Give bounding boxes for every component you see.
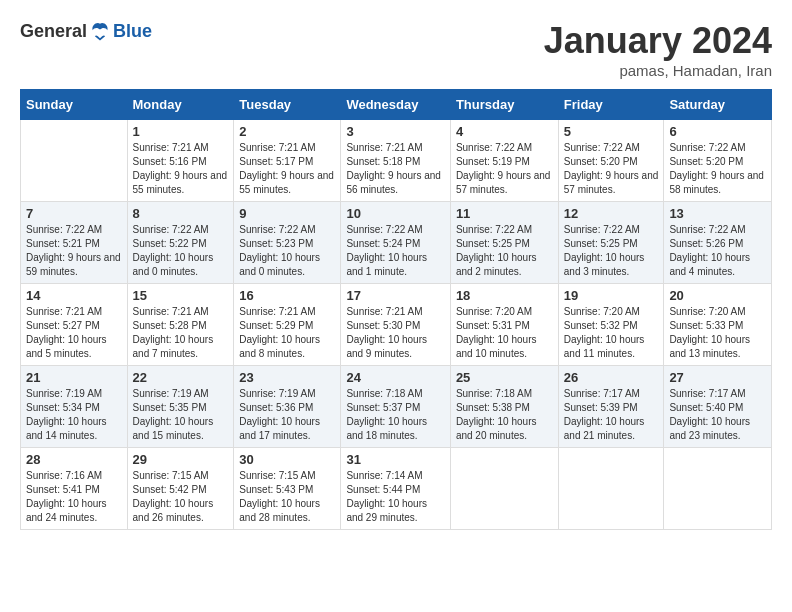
day-info: Sunrise: 7:22 AMSunset: 5:25 PMDaylight:… — [456, 223, 553, 279]
day-number: 26 — [564, 370, 659, 385]
day-number: 13 — [669, 206, 766, 221]
day-number: 29 — [133, 452, 229, 467]
sunday-header: Sunday — [21, 90, 128, 120]
calendar-cell: 29Sunrise: 7:15 AMSunset: 5:42 PMDayligh… — [127, 448, 234, 530]
calendar-cell: 16Sunrise: 7:21 AMSunset: 5:29 PMDayligh… — [234, 284, 341, 366]
calendar-cell: 18Sunrise: 7:20 AMSunset: 5:31 PMDayligh… — [450, 284, 558, 366]
calendar-cell: 3Sunrise: 7:21 AMSunset: 5:18 PMDaylight… — [341, 120, 450, 202]
calendar-week-row: 1Sunrise: 7:21 AMSunset: 5:16 PMDaylight… — [21, 120, 772, 202]
calendar-week-row: 28Sunrise: 7:16 AMSunset: 5:41 PMDayligh… — [21, 448, 772, 530]
friday-header: Friday — [558, 90, 664, 120]
calendar-cell: 15Sunrise: 7:21 AMSunset: 5:28 PMDayligh… — [127, 284, 234, 366]
day-info: Sunrise: 7:21 AMSunset: 5:29 PMDaylight:… — [239, 305, 335, 361]
calendar-cell: 11Sunrise: 7:22 AMSunset: 5:25 PMDayligh… — [450, 202, 558, 284]
day-info: Sunrise: 7:18 AMSunset: 5:38 PMDaylight:… — [456, 387, 553, 443]
month-title-block: January 2024 pamas, Hamadan, Iran — [544, 20, 772, 79]
calendar-cell — [558, 448, 664, 530]
calendar-cell: 14Sunrise: 7:21 AMSunset: 5:27 PMDayligh… — [21, 284, 128, 366]
calendar-cell: 30Sunrise: 7:15 AMSunset: 5:43 PMDayligh… — [234, 448, 341, 530]
day-info: Sunrise: 7:20 AMSunset: 5:33 PMDaylight:… — [669, 305, 766, 361]
day-info: Sunrise: 7:22 AMSunset: 5:24 PMDaylight:… — [346, 223, 444, 279]
day-info: Sunrise: 7:20 AMSunset: 5:31 PMDaylight:… — [456, 305, 553, 361]
day-number: 2 — [239, 124, 335, 139]
logo-general-text: General — [20, 21, 87, 42]
location-heading: pamas, Hamadan, Iran — [544, 62, 772, 79]
calendar-cell: 23Sunrise: 7:19 AMSunset: 5:36 PMDayligh… — [234, 366, 341, 448]
day-number: 24 — [346, 370, 444, 385]
day-info: Sunrise: 7:21 AMSunset: 5:17 PMDaylight:… — [239, 141, 335, 197]
page-header: General Blue January 2024 pamas, Hamadan… — [20, 20, 772, 79]
day-info: Sunrise: 7:21 AMSunset: 5:30 PMDaylight:… — [346, 305, 444, 361]
day-number: 30 — [239, 452, 335, 467]
calendar-cell: 9Sunrise: 7:22 AMSunset: 5:23 PMDaylight… — [234, 202, 341, 284]
calendar-body: 1Sunrise: 7:21 AMSunset: 5:16 PMDaylight… — [21, 120, 772, 530]
day-number: 3 — [346, 124, 444, 139]
day-info: Sunrise: 7:21 AMSunset: 5:28 PMDaylight:… — [133, 305, 229, 361]
calendar-cell: 19Sunrise: 7:20 AMSunset: 5:32 PMDayligh… — [558, 284, 664, 366]
calendar-cell: 2Sunrise: 7:21 AMSunset: 5:17 PMDaylight… — [234, 120, 341, 202]
day-info: Sunrise: 7:19 AMSunset: 5:34 PMDaylight:… — [26, 387, 122, 443]
saturday-header: Saturday — [664, 90, 772, 120]
day-number: 7 — [26, 206, 122, 221]
day-number: 21 — [26, 370, 122, 385]
monday-header: Monday — [127, 90, 234, 120]
day-info: Sunrise: 7:19 AMSunset: 5:35 PMDaylight:… — [133, 387, 229, 443]
calendar-cell: 1Sunrise: 7:21 AMSunset: 5:16 PMDaylight… — [127, 120, 234, 202]
calendar-cell: 17Sunrise: 7:21 AMSunset: 5:30 PMDayligh… — [341, 284, 450, 366]
month-year-heading: January 2024 — [544, 20, 772, 62]
logo-bird-icon — [89, 20, 111, 42]
day-info: Sunrise: 7:22 AMSunset: 5:19 PMDaylight:… — [456, 141, 553, 197]
day-info: Sunrise: 7:19 AMSunset: 5:36 PMDaylight:… — [239, 387, 335, 443]
day-info: Sunrise: 7:22 AMSunset: 5:20 PMDaylight:… — [669, 141, 766, 197]
calendar-cell: 7Sunrise: 7:22 AMSunset: 5:21 PMDaylight… — [21, 202, 128, 284]
day-number: 9 — [239, 206, 335, 221]
calendar-cell: 5Sunrise: 7:22 AMSunset: 5:20 PMDaylight… — [558, 120, 664, 202]
calendar-cell: 6Sunrise: 7:22 AMSunset: 5:20 PMDaylight… — [664, 120, 772, 202]
day-number: 31 — [346, 452, 444, 467]
calendar-cell — [664, 448, 772, 530]
day-number: 1 — [133, 124, 229, 139]
calendar-week-row: 7Sunrise: 7:22 AMSunset: 5:21 PMDaylight… — [21, 202, 772, 284]
day-info: Sunrise: 7:21 AMSunset: 5:16 PMDaylight:… — [133, 141, 229, 197]
calendar-cell: 31Sunrise: 7:14 AMSunset: 5:44 PMDayligh… — [341, 448, 450, 530]
logo: General Blue — [20, 20, 152, 42]
calendar-cell: 4Sunrise: 7:22 AMSunset: 5:19 PMDaylight… — [450, 120, 558, 202]
calendar-cell: 20Sunrise: 7:20 AMSunset: 5:33 PMDayligh… — [664, 284, 772, 366]
day-number: 14 — [26, 288, 122, 303]
day-info: Sunrise: 7:14 AMSunset: 5:44 PMDaylight:… — [346, 469, 444, 525]
calendar-week-row: 21Sunrise: 7:19 AMSunset: 5:34 PMDayligh… — [21, 366, 772, 448]
calendar-cell — [21, 120, 128, 202]
day-info: Sunrise: 7:18 AMSunset: 5:37 PMDaylight:… — [346, 387, 444, 443]
day-info: Sunrise: 7:22 AMSunset: 5:23 PMDaylight:… — [239, 223, 335, 279]
day-number: 5 — [564, 124, 659, 139]
day-info: Sunrise: 7:15 AMSunset: 5:43 PMDaylight:… — [239, 469, 335, 525]
day-info: Sunrise: 7:22 AMSunset: 5:21 PMDaylight:… — [26, 223, 122, 279]
day-number: 4 — [456, 124, 553, 139]
calendar-cell: 21Sunrise: 7:19 AMSunset: 5:34 PMDayligh… — [21, 366, 128, 448]
day-number: 17 — [346, 288, 444, 303]
calendar-cell: 8Sunrise: 7:22 AMSunset: 5:22 PMDaylight… — [127, 202, 234, 284]
day-number: 25 — [456, 370, 553, 385]
day-info: Sunrise: 7:21 AMSunset: 5:27 PMDaylight:… — [26, 305, 122, 361]
day-info: Sunrise: 7:22 AMSunset: 5:20 PMDaylight:… — [564, 141, 659, 197]
calendar-cell: 27Sunrise: 7:17 AMSunset: 5:40 PMDayligh… — [664, 366, 772, 448]
calendar-header: Sunday Monday Tuesday Wednesday Thursday… — [21, 90, 772, 120]
calendar-cell: 12Sunrise: 7:22 AMSunset: 5:25 PMDayligh… — [558, 202, 664, 284]
day-number: 28 — [26, 452, 122, 467]
day-info: Sunrise: 7:22 AMSunset: 5:25 PMDaylight:… — [564, 223, 659, 279]
day-number: 15 — [133, 288, 229, 303]
day-number: 27 — [669, 370, 766, 385]
tuesday-header: Tuesday — [234, 90, 341, 120]
calendar-week-row: 14Sunrise: 7:21 AMSunset: 5:27 PMDayligh… — [21, 284, 772, 366]
day-info: Sunrise: 7:22 AMSunset: 5:22 PMDaylight:… — [133, 223, 229, 279]
day-number: 22 — [133, 370, 229, 385]
day-number: 23 — [239, 370, 335, 385]
day-info: Sunrise: 7:16 AMSunset: 5:41 PMDaylight:… — [26, 469, 122, 525]
calendar-cell: 25Sunrise: 7:18 AMSunset: 5:38 PMDayligh… — [450, 366, 558, 448]
day-number: 20 — [669, 288, 766, 303]
day-info: Sunrise: 7:21 AMSunset: 5:18 PMDaylight:… — [346, 141, 444, 197]
day-number: 10 — [346, 206, 444, 221]
weekday-row: Sunday Monday Tuesday Wednesday Thursday… — [21, 90, 772, 120]
day-info: Sunrise: 7:22 AMSunset: 5:26 PMDaylight:… — [669, 223, 766, 279]
day-info: Sunrise: 7:17 AMSunset: 5:40 PMDaylight:… — [669, 387, 766, 443]
